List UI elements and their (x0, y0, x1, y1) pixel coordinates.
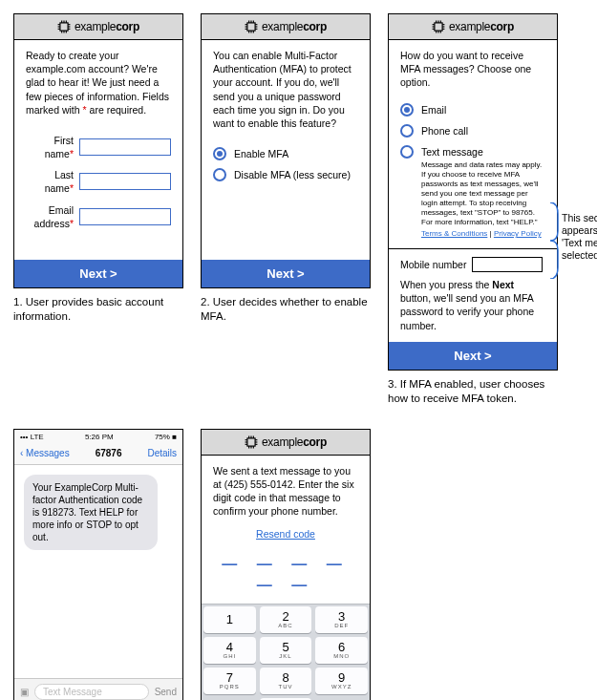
card-header: examplecorp (389, 14, 557, 40)
card-header: examplecorp (14, 14, 182, 40)
code-entry[interactable]: — — — — — — (222, 556, 349, 593)
brand-logo: examplecorp (245, 20, 327, 33)
next-button[interactable]: Next > (202, 260, 370, 287)
radio-icon (213, 168, 226, 181)
sms-bubble: Your ExampleCorp Multi-factor Authentica… (24, 475, 158, 550)
brand-logo: examplecorp (57, 20, 139, 33)
radio-icon (400, 145, 414, 159)
chip-icon (57, 20, 71, 33)
caption-1: 1. User provides basic account informati… (13, 295, 183, 324)
intro-text: You can enable Multi-Factor Authenticati… (213, 49, 358, 130)
mobile-label: Mobile number (400, 258, 466, 271)
intro-text: Ready to create your example.com account… (26, 49, 171, 117)
compose-input[interactable]: Text Message (34, 684, 149, 700)
brand-logo: examplecorp (245, 435, 327, 449)
keypad-key-9[interactable]: 9WXYZ (315, 668, 368, 694)
annotation-brace: This section only appears when 'Text mes… (562, 212, 597, 263)
terms-link[interactable]: Terms & Conditions (421, 229, 487, 238)
radio-enable-mfa[interactable]: Enable MFA (213, 147, 358, 160)
signup-basic-card: examplecorp Ready to create your example… (13, 13, 183, 288)
first-name-input[interactable] (79, 138, 171, 156)
svg-rect-39 (247, 438, 255, 446)
enter-code-card: examplecorp We sent a text message to yo… (201, 429, 371, 700)
fine-print: Message and data rates may apply. If you… (400, 160, 545, 227)
chip-icon (245, 435, 258, 449)
card-header: examplecorp (202, 430, 370, 456)
caption-2: 2. User decides whether to enable MFA. (201, 295, 371, 324)
sms-preview: ••• LTE 5:26 PM 75% ■ ‹ Messages 67876 D… (13, 429, 183, 700)
chip-icon (245, 20, 258, 33)
radio-email[interactable]: Email (400, 103, 545, 117)
send-button[interactable]: Send (155, 687, 177, 697)
radio-text[interactable]: Text message (400, 145, 545, 159)
svg-rect-13 (247, 23, 255, 31)
intro-text: How do you want to receive MFA messages?… (400, 49, 545, 90)
thread-title: 67876 (96, 448, 122, 458)
camera-icon[interactable]: ▣ (20, 687, 29, 697)
keypad-key-3[interactable]: 3DEF (315, 606, 368, 633)
keypad-key-5[interactable]: 5JKL (260, 637, 312, 664)
radio-icon (400, 124, 414, 138)
last-name-label: Last name* (26, 168, 74, 195)
svg-rect-0 (60, 23, 68, 31)
details-link[interactable]: Details (147, 448, 177, 458)
keypad-key-8[interactable]: 8TUV (260, 668, 312, 694)
first-name-label: First name* (26, 134, 74, 160)
next-button[interactable]: Next > (389, 342, 557, 370)
keypad-key-4[interactable]: 4GHI (203, 637, 256, 664)
status-bar: ••• LTE 5:26 PM 75% ■ (14, 430, 182, 444)
radio-icon (400, 103, 414, 117)
mfa-channel-card: examplecorp How do you want to receive M… (388, 13, 558, 371)
keypad-key-2[interactable]: 2ABC (260, 606, 312, 633)
keypad-key-1[interactable]: 1 (203, 606, 256, 633)
privacy-link[interactable]: Privacy Policy (494, 229, 542, 238)
intro-text: We sent a text message to you at (425) 5… (213, 464, 358, 519)
enable-mfa-card: examplecorp You can enable Multi-Factor … (201, 13, 371, 288)
chip-icon (432, 20, 445, 33)
mobile-note: When you press the Next button, we'll se… (400, 278, 545, 332)
keypad-key-6[interactable]: 6MNO (315, 637, 368, 664)
email-input[interactable] (79, 208, 171, 225)
caption-3: 3. If MFA enabled, user chooses how to r… (388, 377, 558, 406)
keypad-key-7[interactable]: 7PQRS (203, 668, 256, 694)
radio-phone[interactable]: Phone call (400, 124, 545, 138)
card-header: examplecorp (202, 14, 370, 40)
back-button[interactable]: ‹ Messages (20, 448, 70, 458)
email-label: Email address* (26, 203, 74, 230)
last-name-input[interactable] (79, 173, 171, 190)
mobile-input[interactable] (472, 257, 543, 272)
svg-rect-26 (435, 23, 442, 31)
next-button[interactable]: Next > (14, 260, 182, 287)
radio-disable-mfa[interactable]: Disable MFA (less secure) (213, 168, 358, 181)
radio-icon (213, 147, 226, 160)
keypad: 12ABC3DEF4GHI5JKL6MNO7PQRS8TUV9WXYZ+ * #… (202, 604, 370, 700)
resend-link[interactable]: Resend code (256, 528, 315, 540)
brand-logo: examplecorp (432, 20, 514, 33)
